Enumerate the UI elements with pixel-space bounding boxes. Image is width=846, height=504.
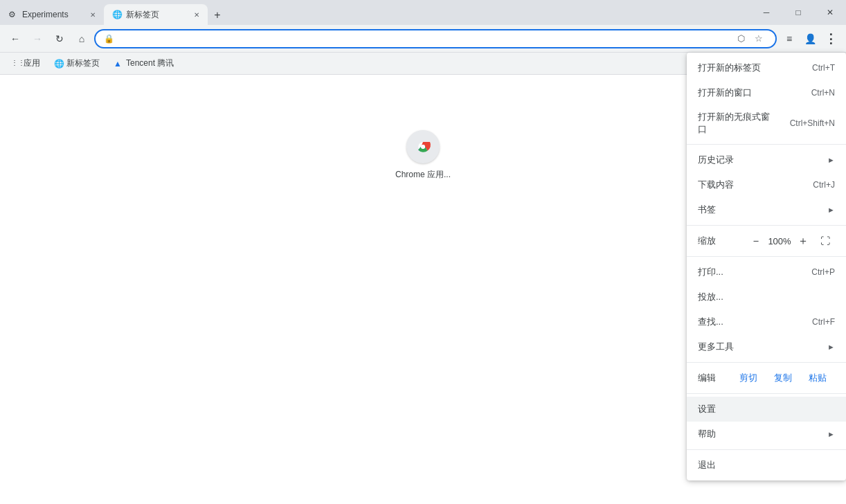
forward-button[interactable]: → xyxy=(28,29,47,48)
nav-bar: ← → ↻ ⌂ 🔒 ⬡ ☆ ≡ 👤 ⋮ xyxy=(0,25,846,53)
menu-downloads-shortcut: Ctrl+J xyxy=(813,180,835,190)
menu-settings-label: 设置 xyxy=(698,403,835,415)
menu-bookmarks-label: 书签 xyxy=(698,204,822,216)
divider-5 xyxy=(687,393,846,394)
menu-new-window[interactable]: 打开新的窗口 Ctrl+N xyxy=(687,80,846,105)
menu-incognito-label: 打开新的无痕式窗口 xyxy=(698,111,779,136)
menu-settings[interactable]: 设置 xyxy=(687,397,846,422)
tabs-area: ⚙ Experiments ✕ 🌐 新标签页 ✕ + xyxy=(0,0,750,25)
nav-right: ≡ 👤 ⋮ xyxy=(780,29,840,48)
edit-buttons: 剪切 复制 粘贴 xyxy=(731,369,835,387)
title-bar: ⚙ Experiments ✕ 🌐 新标签页 ✕ + ─ □ ✕ xyxy=(0,0,846,25)
menu-downloads[interactable]: 下载内容 Ctrl+J xyxy=(687,172,846,197)
chrome-app-icon[interactable]: Chrome 应用... xyxy=(395,130,451,181)
menu-new-tab-label: 打开新的标签页 xyxy=(698,62,801,74)
bookmark-apps[interactable]: ⋮⋮⋮ 应用 xyxy=(6,55,46,72)
address-secure-icon: 🔒 xyxy=(104,34,114,44)
tab-search-button[interactable]: ≡ xyxy=(780,29,799,48)
tencent-favicon: ▲ xyxy=(114,59,123,69)
menu-bookmarks-arrow: ► xyxy=(827,206,835,214)
edit-label: 编辑 xyxy=(698,372,731,384)
menu-exit-label: 退出 xyxy=(698,459,835,471)
zoom-value: 100% xyxy=(766,236,793,246)
cut-button[interactable]: 剪切 xyxy=(731,369,766,387)
menu-more-tools-arrow: ► xyxy=(827,343,835,351)
menu-bookmarks[interactable]: 书签 ► xyxy=(687,197,846,222)
dropdown-menu: 打开新的标签页 Ctrl+T 打开新的窗口 Ctrl+N 打开新的无痕式窗口 C… xyxy=(687,53,846,480)
zoom-plus-button[interactable]: ＋ xyxy=(793,231,813,251)
divider-6 xyxy=(687,449,846,450)
tab-experiments[interactable]: ⚙ Experiments ✕ xyxy=(0,4,104,25)
menu-incognito[interactable]: 打开新的无痕式窗口 Ctrl+Shift+N xyxy=(687,105,846,141)
menu-help-label: 帮助 xyxy=(698,428,822,440)
zoom-controls: － 100% ＋ xyxy=(746,231,813,251)
reload-button[interactable]: ↻ xyxy=(50,29,69,48)
tab-experiments-favicon: ⚙ xyxy=(8,10,18,19)
divider-4 xyxy=(687,362,846,363)
menu-new-tab-shortcut: Ctrl+T xyxy=(812,63,835,73)
menu-new-tab[interactable]: 打开新的标签页 Ctrl+T xyxy=(687,55,846,80)
menu-print[interactable]: 打印... Ctrl+P xyxy=(687,260,846,285)
bookmark-newtab-label: 新标签页 xyxy=(66,57,100,69)
maximize-button[interactable]: □ xyxy=(782,1,814,24)
minimize-button[interactable]: ─ xyxy=(750,1,782,24)
divider-2 xyxy=(687,225,846,226)
menu-history-label: 历史记录 xyxy=(698,154,822,166)
menu-find-label: 查找... xyxy=(698,316,801,328)
chrome-logo-svg xyxy=(412,136,434,158)
zoom-fullscreen-button[interactable]: ⛶ xyxy=(816,231,835,251)
tab-experiments-close[interactable]: ✕ xyxy=(87,9,98,20)
tab-newtab[interactable]: 🌐 新标签页 ✕ xyxy=(104,4,208,25)
menu-new-window-label: 打开新的窗口 xyxy=(698,87,800,99)
home-button[interactable]: ⌂ xyxy=(72,29,91,48)
divider-1 xyxy=(687,144,846,145)
address-actions: ⬡ ☆ xyxy=(732,30,767,47)
bookmark-tencent[interactable]: ▲ Tencent 腾讯 xyxy=(108,55,179,72)
menu-find-shortcut: Ctrl+F xyxy=(812,317,835,327)
menu-exit[interactable]: 退出 xyxy=(687,453,846,478)
profile-button[interactable]: 👤 xyxy=(800,29,820,48)
address-input[interactable] xyxy=(120,33,727,44)
menu-more-tools-label: 更多工具 xyxy=(698,341,822,353)
menu-help[interactable]: 帮助 ► xyxy=(687,422,846,447)
menu-history[interactable]: 历史记录 ► xyxy=(687,147,846,172)
address-bar[interactable]: 🔒 ⬡ ☆ xyxy=(94,29,777,48)
window-controls: ─ □ ✕ xyxy=(750,1,846,24)
menu-incognito-shortcut: Ctrl+Shift+N xyxy=(790,118,835,128)
menu-new-window-shortcut: Ctrl+N xyxy=(811,88,835,98)
bookmark-tencent-label: Tencent 腾讯 xyxy=(126,57,174,69)
menu-print-label: 打印... xyxy=(698,266,800,278)
divider-3 xyxy=(687,256,846,257)
tab-newtab-favicon: 🌐 xyxy=(112,10,122,19)
menu-history-arrow: ► xyxy=(827,156,835,164)
share-button[interactable]: ⬡ xyxy=(732,30,749,47)
tab-newtab-close[interactable]: ✕ xyxy=(191,9,202,20)
close-button[interactable]: ✕ xyxy=(814,1,846,24)
edit-row: 编辑 剪切 复制 粘贴 xyxy=(687,366,846,390)
apps-grid-icon: ⋮⋮⋮ xyxy=(11,59,21,69)
menu-more-tools[interactable]: 更多工具 ► xyxy=(687,334,846,359)
chrome-circle xyxy=(406,130,440,163)
paste-button[interactable]: 粘贴 xyxy=(800,369,835,387)
menu-help-arrow: ► xyxy=(827,430,835,438)
bookmark-newtab[interactable]: 🌐 新标签页 xyxy=(48,55,105,72)
svg-point-1 xyxy=(421,145,425,149)
newtab-favicon: 🌐 xyxy=(54,59,64,69)
menu-cast[interactable]: 投放... xyxy=(687,285,846,309)
bookmark-button[interactable]: ☆ xyxy=(750,30,767,47)
more-button[interactable]: ⋮ xyxy=(821,29,840,48)
menu-cast-label: 投放... xyxy=(698,291,835,303)
tab-newtab-title: 新标签页 xyxy=(126,9,187,21)
tab-experiments-title: Experiments xyxy=(22,10,83,19)
menu-downloads-label: 下载内容 xyxy=(698,179,802,191)
copy-button[interactable]: 复制 xyxy=(766,369,800,387)
zoom-row: 缩放 － 100% ＋ ⛶ xyxy=(687,228,846,253)
zoom-label: 缩放 xyxy=(698,235,746,247)
zoom-minus-button[interactable]: － xyxy=(746,231,766,251)
chrome-app-label: Chrome 应用... xyxy=(395,169,451,181)
bookmark-apps-label: 应用 xyxy=(24,57,40,69)
new-tab-button[interactable]: + xyxy=(208,6,227,25)
menu-find[interactable]: 查找... Ctrl+F xyxy=(687,309,846,334)
back-button[interactable]: ← xyxy=(6,29,25,48)
menu-print-shortcut: Ctrl+P xyxy=(811,267,835,277)
